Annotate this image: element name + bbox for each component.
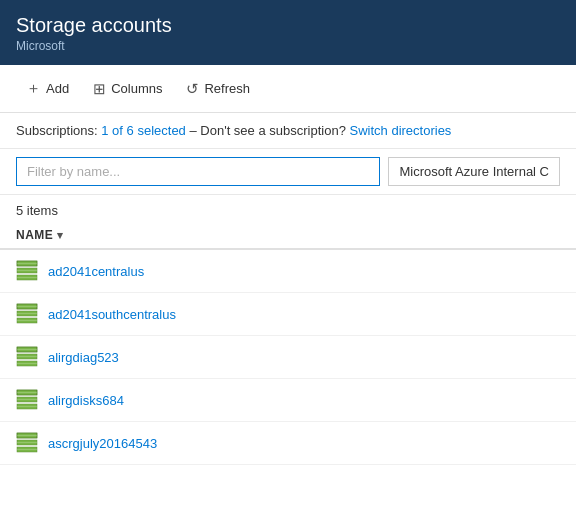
columns-icon: ⊞ [93,80,106,98]
table-body: ad2041centralus ad2041southcentralus ali… [0,250,576,465]
filter-row: Microsoft Azure Internal C [0,149,576,195]
refresh-button[interactable]: ↺ Refresh [176,74,260,104]
storage-icon [16,432,38,454]
columns-button[interactable]: ⊞ Columns [83,74,172,104]
switch-directories-link[interactable]: Switch directories [350,123,452,138]
filter-input[interactable] [16,157,380,186]
refresh-label: Refresh [204,81,250,96]
row-name[interactable]: ad2041centralus [48,264,144,279]
name-column-header[interactable]: NAME ▾ [16,228,64,242]
add-label: Add [46,81,69,96]
items-count: 5 items [0,195,576,222]
add-icon: ＋ [26,79,41,98]
table-row[interactable]: ad2041centralus [0,250,576,293]
storage-icon [16,389,38,411]
table-row[interactable]: alirgdisks684 [0,379,576,422]
table-row[interactable]: alirgdiag523 [0,336,576,379]
toolbar: ＋ Add ⊞ Columns ↺ Refresh [0,65,576,113]
subscriptions-label: Subscriptions: [16,123,98,138]
page-title: Storage accounts [16,14,560,37]
table-row[interactable]: ascrgjuly20164543 [0,422,576,465]
storage-icon [16,346,38,368]
subscriptions-bar: Subscriptions: 1 of 6 selected – Don't s… [0,113,576,149]
table-header: NAME ▾ [0,222,576,250]
columns-label: Columns [111,81,162,96]
name-column-label: NAME [16,228,53,242]
row-name[interactable]: alirgdiag523 [48,350,119,365]
refresh-icon: ↺ [186,80,199,98]
page-subtitle: Microsoft [16,39,560,53]
sort-icon: ▾ [57,229,64,242]
subscriptions-selected: 1 of 6 selected [101,123,186,138]
table-row[interactable]: ad2041southcentralus [0,293,576,336]
storage-icon [16,260,38,282]
row-name[interactable]: ad2041southcentralus [48,307,176,322]
subscription-dropdown[interactable]: Microsoft Azure Internal C [388,157,560,186]
subscriptions-dash: – Don't see a subscription? [189,123,345,138]
page-header: Storage accounts Microsoft [0,0,576,65]
storage-icon [16,303,38,325]
add-button[interactable]: ＋ Add [16,73,79,104]
row-name[interactable]: alirgdisks684 [48,393,124,408]
row-name[interactable]: ascrgjuly20164543 [48,436,157,451]
